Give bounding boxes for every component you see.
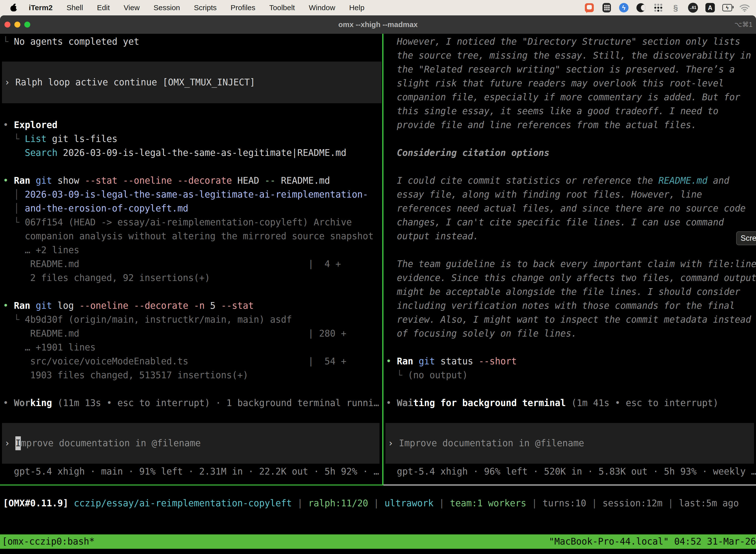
dots-grid-svg xyxy=(653,3,663,12)
text-segment: • xyxy=(386,356,397,367)
terminal-line: review. Also, I might want to inspect th… xyxy=(386,313,756,327)
text-segment: companion analysis without altering the … xyxy=(3,231,374,241)
text-segment: | xyxy=(368,498,384,509)
menu-item-profiles[interactable]: Profiles xyxy=(231,3,255,12)
menu-item-edit[interactable]: Edit xyxy=(97,3,110,12)
text-segment: Improve documentation in @filename xyxy=(399,436,584,450)
text-segment: status xyxy=(435,356,479,367)
menu-item-view[interactable]: View xyxy=(124,3,140,12)
text-segment: 2026-03-09-is-legal-the-same-as-legitima… xyxy=(58,148,346,158)
terminal-line: └ 067f154 (HEAD -> essay/ai-reimplementa… xyxy=(3,215,381,229)
right-pane: However, I noticed the "Directory Struct… xyxy=(385,34,756,485)
tmux-host-time: "MacBook-Pro-44.local" 04:52 31-Mar-26 xyxy=(549,535,756,549)
pacman-icon[interactable] xyxy=(636,3,646,13)
text-segment: Ralph loop active continue [OMX_TMUX_INJ… xyxy=(15,75,255,89)
text-segment: 5 xyxy=(205,300,221,311)
text-segment: › xyxy=(4,75,15,89)
grid-shield-icon[interactable] xyxy=(602,3,612,13)
text-segment: (1m 41s • esc to interrupt) xyxy=(566,398,718,408)
badge-61-icon[interactable]: ..61 xyxy=(688,3,698,13)
text-segment: git xyxy=(36,175,52,186)
text-segment: │ xyxy=(3,203,25,214)
terminal-line: 1903 files changed, 513517 insertions(+) xyxy=(3,368,381,382)
screen-tooltip-label: Scre xyxy=(741,231,756,245)
menu-item-scripts[interactable]: Scripts xyxy=(194,3,217,12)
window-title-bar[interactable]: omx --xhigh --madmax ⌥⌘1 xyxy=(0,15,756,34)
dots-grid-icon[interactable] xyxy=(653,3,663,13)
text-segment: 4b9d30f (origin/main, instructkr/main, m… xyxy=(25,314,292,325)
menu-status-icons: ϟ § ..61 A ϟ xyxy=(584,3,750,13)
text-segment: last:5m ago xyxy=(679,498,739,509)
wifi-icon[interactable] xyxy=(740,3,750,13)
text-segment: session:12m xyxy=(603,498,663,509)
text-segment: turns:10 xyxy=(543,498,586,509)
text-segment: • xyxy=(3,175,14,186)
text-segment: | xyxy=(292,498,308,509)
menu-item-toolbelt[interactable]: Toolbelt xyxy=(269,3,295,12)
text-segment: companion file, especially if more comme… xyxy=(386,92,740,103)
menu-item-help[interactable]: Help xyxy=(349,3,365,12)
text-segment: references need actual files, and since … xyxy=(386,203,746,214)
terminal-line: including verification notes with those … xyxy=(386,299,756,313)
messages-icon[interactable] xyxy=(584,3,594,13)
text-segment: mprove documentation in @filename xyxy=(21,436,201,450)
terminal-line: • Working (11m 13s • esc to interrupt) ·… xyxy=(3,396,381,410)
text-segment: --short xyxy=(479,356,517,367)
menu-item-shell[interactable]: Shell xyxy=(66,3,83,12)
text-segment: • xyxy=(386,398,397,408)
squiggle-icon[interactable]: § xyxy=(671,3,681,13)
menu-bar: iTerm2ShellEditViewSessionScriptsProfile… xyxy=(0,0,756,15)
text-segment: log xyxy=(52,300,79,311)
text-segment: [OMX#0.11.9] xyxy=(3,498,68,509)
text-segment: … +1901 lines xyxy=(3,342,96,353)
text-segment: Ran xyxy=(14,300,30,311)
text-segment: changes, I can't cite specific file line… xyxy=(386,217,724,228)
text-segment: 2026-03-09-is-legal-the-same-as-legitima… xyxy=(25,189,368,200)
terminal-line: • Explored xyxy=(3,118,381,132)
screen: { "colors":{"pane_border_green":"#3ec43e… xyxy=(0,0,756,554)
terminal-line: provide file and line references from th… xyxy=(386,118,756,132)
prompt-input-right[interactable]: › Improve documentation in @filename xyxy=(385,423,754,464)
battery-icon[interactable]: ϟ xyxy=(722,3,732,13)
terminal-line: companion analysis without altering the … xyxy=(3,229,381,243)
text-segment: show xyxy=(52,175,85,186)
right-pane-border xyxy=(383,485,756,486)
menu-item-window[interactable]: Window xyxy=(309,3,335,12)
text-segment: • xyxy=(3,120,14,130)
terminal-line: └ No agents completed yet xyxy=(3,35,381,49)
text-segment: team:1 workers xyxy=(450,498,526,509)
lightning-badge-icon[interactable]: ϟ xyxy=(619,3,629,12)
text-segment: ultrawork xyxy=(384,498,434,509)
terminal-line: 2 files changed, 92 insertions(+) xyxy=(3,271,381,285)
terminal-line: The team guideline is to back every impo… xyxy=(386,257,756,271)
text-segment: › xyxy=(4,436,15,450)
text-segment: the "Related research writing" section i… xyxy=(386,64,735,75)
prompt-input-left[interactable]: › Improve documentation in @filename xyxy=(2,423,379,464)
text-segment: • xyxy=(3,398,14,408)
text-segment xyxy=(3,148,25,158)
text-segment xyxy=(68,498,74,509)
text-segment: The team guideline is to back every impo… xyxy=(386,259,756,269)
apple-menu-icon[interactable] xyxy=(10,3,17,12)
screen-tooltip: Scre xyxy=(736,231,756,245)
text-segment xyxy=(30,175,36,186)
terminal-line: evidence. Since this change only affects… xyxy=(386,271,756,285)
text-segment: └ xyxy=(3,217,25,228)
menu-item-session[interactable]: Session xyxy=(153,3,180,12)
letter-a-icon[interactable]: A xyxy=(705,3,715,12)
text-segment: cczip/essay/ai-reimplementation-copyleft xyxy=(74,498,292,509)
text-segment: README.md | 4 + xyxy=(3,259,341,269)
text-segment: 1903 files changed, 513517 insertions(+) xyxy=(3,370,248,381)
terminal-line: this single essay, it seems like a good … xyxy=(386,104,756,118)
text-segment: evidence. Since this change only affects… xyxy=(386,273,756,283)
text-segment: | xyxy=(434,498,450,509)
text-segment: of focusing solely on file lines. xyxy=(386,328,577,339)
text-segment: review. Also, I might want to inspect th… xyxy=(386,314,751,325)
menu-item-iterm2[interactable]: iTerm2 xyxy=(29,3,53,12)
text-segment: src/voice/voiceModeEnabled.ts | 54 + xyxy=(3,356,346,367)
terminal-line: Considering citation options xyxy=(386,146,756,160)
pane-divider[interactable] xyxy=(382,34,383,486)
tmux-session-tab[interactable]: [omx-cczip0:bash* xyxy=(2,535,95,549)
terminal-line: └ 4b9d30f (origin/main, instructkr/main,… xyxy=(3,313,381,327)
text-segment: HEAD xyxy=(232,175,265,186)
